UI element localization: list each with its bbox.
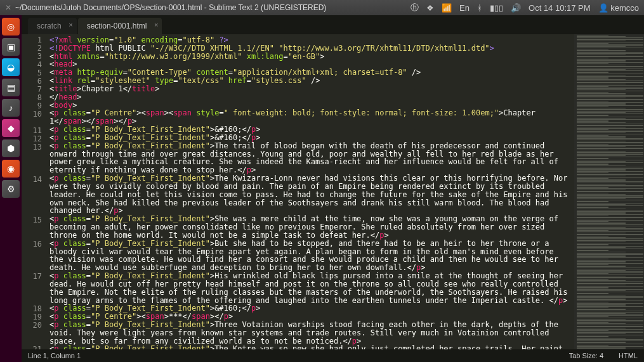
code-line-3[interactable]: <html xmlns="http://www.w3.org/1999/xhtm… — [49, 53, 572, 61]
lang-indicator[interactable]: En — [459, 3, 470, 13]
unity-launcher: ◎▣◒▤♪◆⬢◉⚙ — [0, 15, 22, 362]
code-line-20[interactable]: <p class="P Body_Text_First_Indent">Thre… — [49, 321, 572, 345]
system-topbar: ✕ ~/Documents/Jutoh Documents/OPS/sectio… — [0, 0, 644, 15]
line-number-gutter: 12345678910111213141516171819202122 — [22, 34, 47, 349]
launcher-item-8[interactable]: ⚙ — [2, 180, 20, 198]
code-line-15[interactable]: <p class="P Body_Text_First_Indent">She … — [49, 215, 572, 239]
code-editor[interactable]: 12345678910111213141516171819202122 <?xm… — [22, 34, 644, 349]
status-bar: Line 1, Column 1 Tab Size: 4 HTML — [22, 349, 644, 362]
tab-scratch[interactable]: scratch× — [28, 18, 77, 34]
tab-bar: scratch×section-0001.html× — [22, 15, 644, 34]
close-icon[interactable]: × — [69, 21, 72, 29]
launcher-item-5[interactable]: ◆ — [2, 119, 20, 137]
code-line-16[interactable]: <p class="P Body_Text_First_Indent">But … — [49, 240, 572, 272]
status-cursor[interactable]: Line 1, Column 1 — [28, 352, 81, 359]
minimap[interactable] — [574, 34, 644, 349]
status-tabsize[interactable]: Tab Size: 4 — [569, 352, 603, 359]
clock[interactable]: Oct 14 10:17 PM — [529, 3, 591, 13]
ubuntu-close-icon[interactable]: ✕ — [5, 3, 11, 12]
launcher-item-7[interactable]: ◉ — [2, 160, 20, 178]
bluetooth-icon[interactable]: ᚼ — [477, 3, 482, 13]
code-line-21[interactable]: <p class="P Body_Text_First_Indent">The … — [49, 345, 572, 349]
window-title: ~/Documents/Jutoh Documents/OPS/section-… — [15, 3, 326, 12]
tab-section-0001-html[interactable]: section-0001.html× — [78, 18, 162, 34]
launcher-item-1[interactable]: ▣ — [2, 38, 20, 56]
code-line-7[interactable]: <title>Chapter 1</title> — [49, 85, 572, 93]
launcher-item-6[interactable]: ⬢ — [2, 139, 20, 157]
launcher-item-0[interactable]: ◎ — [2, 18, 20, 36]
launcher-item-2[interactable]: ◒ — [2, 58, 20, 76]
user-menu[interactable]: 👤 kemcco — [598, 3, 639, 13]
system-tray: ⓗ ❖ 📶 En ᚼ ▮▯▯ 🔊 Oct 14 10:17 PM 👤 kemcc… — [411, 2, 639, 13]
code-line-14[interactable]: <p class="P Body_Text_First_Indent">The … — [49, 174, 572, 215]
volume-icon[interactable]: 🔊 — [511, 3, 521, 13]
code-line-10[interactable]: <p class="P Centre"><span><span style=" … — [49, 109, 572, 126]
launcher-item-3[interactable]: ▤ — [2, 79, 20, 96]
code-text-area[interactable]: <?xml version="1.0" encoding="utf-8" ?><… — [47, 34, 574, 349]
close-icon[interactable]: × — [154, 21, 158, 29]
launcher-item-4[interactable]: ♪ — [2, 99, 20, 117]
hp-icon[interactable]: ⓗ — [411, 2, 419, 13]
status-language[interactable]: HTML — [619, 352, 638, 359]
code-line-17[interactable]: <p class="P Body_Text_First_Indent">His … — [49, 272, 572, 304]
battery-icon[interactable]: ▮▯▯ — [490, 3, 503, 13]
dropbox-icon[interactable]: ❖ — [426, 3, 434, 13]
code-line-8[interactable]: </head> — [49, 93, 572, 101]
wifi-icon[interactable]: 📶 — [442, 3, 452, 13]
code-line-13[interactable]: <p class="P Body_Text_First_Indent">The … — [49, 142, 572, 174]
